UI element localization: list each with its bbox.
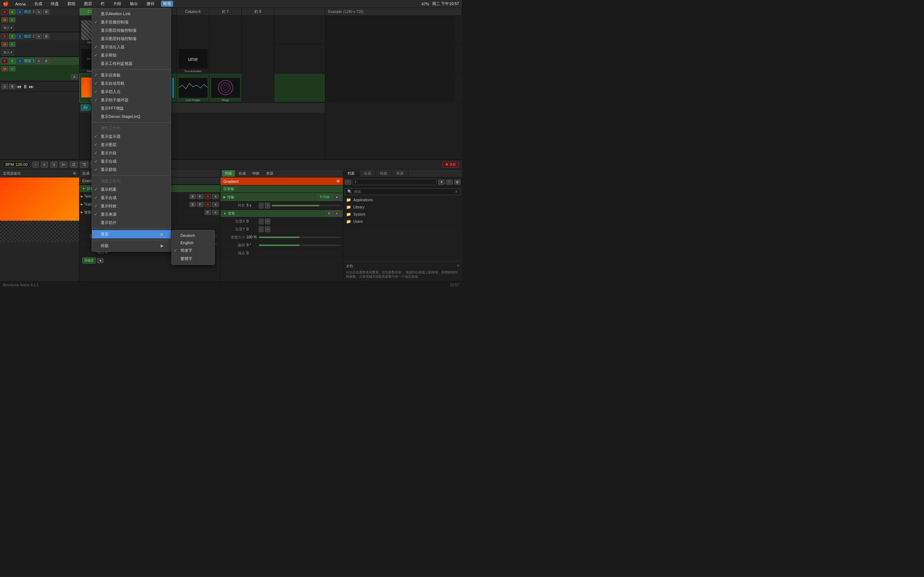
- file-view-btn[interactable]: ⊞: [454, 180, 460, 185]
- layer-3-b2-btn[interactable]: B: [43, 10, 50, 15]
- effect-twitch-remove-btn[interactable]: ✕: [205, 194, 211, 199]
- menu-show-autonav[interactable]: 显示自动导航: [92, 79, 171, 88]
- clip-scale-slider[interactable]: [259, 237, 340, 238]
- menu-show-compose2[interactable]: 显示合成: [92, 193, 171, 202]
- layer-1-s-btn[interactable]: S: [16, 58, 23, 63]
- layer-2-v-btn[interactable]: V: [9, 42, 16, 47]
- layer-3-v-btn[interactable]: V: [9, 17, 16, 23]
- menu-show-dashboard[interactable]: 显示仪表板: [92, 71, 171, 79]
- menu-show-groups[interactable]: 显示群组: [92, 166, 171, 174]
- menu-show-audio[interactable]: 显示音频控制项: [92, 18, 171, 26]
- layer-1-b-btn[interactable]: B: [9, 58, 16, 63]
- menu-show-denon[interactable]: 显示Denon StageLinQ: [92, 113, 171, 121]
- clip-transform-section[interactable]: 变形 P. ≡: [221, 210, 343, 218]
- extra-2-2[interactable]: [358, 45, 390, 74]
- menu-layout[interactable]: 排版 ▶: [92, 242, 171, 250]
- layer-2-b-btn[interactable]: B: [9, 34, 16, 39]
- effect-twitch-menu-btn[interactable]: ≡: [212, 194, 219, 199]
- menu-show-fft[interactable]: 显示FFT增益: [92, 104, 171, 113]
- menu-show-segments[interactable]: 显示片段: [92, 149, 171, 157]
- layer-confirm-btn[interactable]: 层确定: [82, 258, 96, 264]
- right-tab-files[interactable]: 档案: [343, 170, 360, 177]
- clip-pos-x-minus-btn[interactable]: -: [259, 219, 263, 224]
- layer-2-add-btn[interactable]: 加入 ▾: [2, 49, 14, 56]
- menubar-inspect[interactable]: 检视: [161, 1, 173, 7]
- clip-pos-y-minus-btn[interactable]: -: [259, 226, 263, 232]
- lang-traditional[interactable]: 繁體字: [172, 255, 215, 263]
- duration-plus-btn[interactable]: +: [265, 203, 270, 208]
- effect-twitch-b-btn[interactable]: B: [189, 194, 196, 199]
- play-btn[interactable]: ⏸: [23, 84, 28, 89]
- detail-tab-source[interactable]: 来源: [263, 170, 276, 177]
- clip-rotate-slider[interactable]: [259, 245, 340, 246]
- monitor-settings-icon[interactable]: ⚙: [73, 171, 76, 175]
- clip-3-7[interactable]: [209, 16, 242, 45]
- time-axis-btn[interactable]: 时间轴: [317, 194, 332, 200]
- clip-dashboard-section[interactable]: 仪表板: [221, 185, 343, 193]
- layer-3-s-btn[interactable]: S: [16, 10, 23, 15]
- record-button[interactable]: 录影: [443, 161, 459, 168]
- extra-2-4[interactable]: [423, 45, 455, 74]
- layer-2-remove-btn[interactable]: ✕: [2, 34, 8, 39]
- menu-show-compose[interactable]: 显示合成: [92, 157, 171, 166]
- av-btn[interactable]: AV: [81, 105, 90, 111]
- clip-pos-y-plus-btn[interactable]: +: [265, 226, 270, 232]
- right-tab-source[interactable]: 来源: [392, 170, 408, 177]
- clip-2-6[interactable]: ume Text Animator: [177, 45, 209, 74]
- effect-transform-menu-btn[interactable]: ≡: [212, 210, 219, 215]
- menu-show-slices[interactable]: 显示切片: [92, 219, 171, 227]
- layer-1-a-btn[interactable]: A: [36, 58, 42, 63]
- menu-show-abelton[interactable]: 显示Abelton Link: [92, 10, 171, 18]
- clip-detail-settings-icon[interactable]: ⚙: [336, 179, 340, 184]
- extra-1-4[interactable]: [423, 74, 455, 102]
- menu-show-layer-transition[interactable]: 显示图层转场控制项: [92, 35, 171, 43]
- search-input[interactable]: [354, 190, 426, 193]
- layer-3-b-btn[interactable]: B: [9, 10, 16, 15]
- clip-1-4[interactable]: Line Scape: [177, 74, 209, 102]
- menu-show-beatlooper[interactable]: 显示拍子循环器: [92, 96, 171, 104]
- extra-2-1[interactable]: [325, 45, 358, 74]
- layer-2-a-btn[interactable]: A: [36, 34, 42, 39]
- lang-simplified[interactable]: 简体字: [172, 246, 215, 255]
- nav-up-btn[interactable]: ↑: [345, 180, 351, 185]
- effect-trails-p-btn[interactable]: P.: [197, 202, 204, 207]
- folder-applications[interactable]: 📁 Applications: [343, 197, 462, 204]
- folder-library[interactable]: 📁 Library: [343, 204, 462, 211]
- bpm-plus-btn[interactable]: +: [41, 161, 48, 168]
- menubar-bar[interactable]: 栏: [99, 1, 107, 7]
- bpm-minus-btn[interactable]: -: [32, 161, 39, 168]
- menu-show-layers[interactable]: 显示图层: [92, 141, 171, 149]
- menu-language[interactable]: 语言 ▶ Deutsch English 简体字 繁體字: [92, 230, 171, 239]
- layer-2-s-btn[interactable]: S: [16, 34, 23, 39]
- clip-pos-x-plus-btn[interactable]: +: [265, 219, 270, 224]
- menu-show-cuein[interactable]: 显示切入点: [92, 88, 171, 96]
- layer-3-add-btn[interactable]: 加入 ▾: [2, 25, 14, 31]
- menu-show-fader[interactable]: 显示淡出入器: [92, 43, 171, 51]
- right-tab-compose[interactable]: 合成: [360, 170, 376, 177]
- clip-2-7[interactable]: [209, 45, 242, 74]
- menubar-segment[interactable]: 片段: [111, 1, 123, 7]
- next-btn[interactable]: ⏭: [29, 84, 34, 89]
- layer-1-b2-btn[interactable]: B: [43, 58, 50, 63]
- transport-b-btn[interactable]: B: [9, 84, 16, 89]
- menu-show-help[interactable]: 显示帮助: [92, 51, 171, 60]
- lang-english[interactable]: English: [172, 239, 215, 246]
- transport-a-btn[interactable]: A: [2, 84, 8, 89]
- effect-trails-b-btn[interactable]: B: [189, 202, 196, 207]
- extra-3-4[interactable]: [423, 16, 455, 45]
- time-axis-arrow[interactable]: ▾: [333, 195, 340, 200]
- menu-show-monitor2[interactable]: 显示监示器: [92, 132, 171, 141]
- col-header-8[interactable]: 栏 8: [242, 8, 274, 16]
- menubar-shortcut[interactable]: 捷径: [144, 1, 157, 7]
- right-tab-effects[interactable]: 特效: [376, 170, 392, 177]
- bpm-plus-bar-btn[interactable]: |+: [60, 161, 68, 168]
- layer-3-remove-btn[interactable]: ✕: [2, 10, 8, 15]
- detail-tab-files[interactable]: 档案: [222, 170, 235, 177]
- layer-1-v-btn[interactable]: V: [9, 66, 16, 71]
- file-favorite-btn[interactable]: ♡: [446, 180, 452, 185]
- folder-users[interactable]: 📁 Users: [343, 218, 462, 226]
- clip-1-5[interactable]: Rings: [209, 74, 242, 102]
- menu-show-layer-transport[interactable]: 显示图层传输控制项: [92, 26, 171, 35]
- clip-1-6[interactable]: [242, 74, 274, 102]
- apple-menu[interactable]: 🍎: [3, 1, 9, 6]
